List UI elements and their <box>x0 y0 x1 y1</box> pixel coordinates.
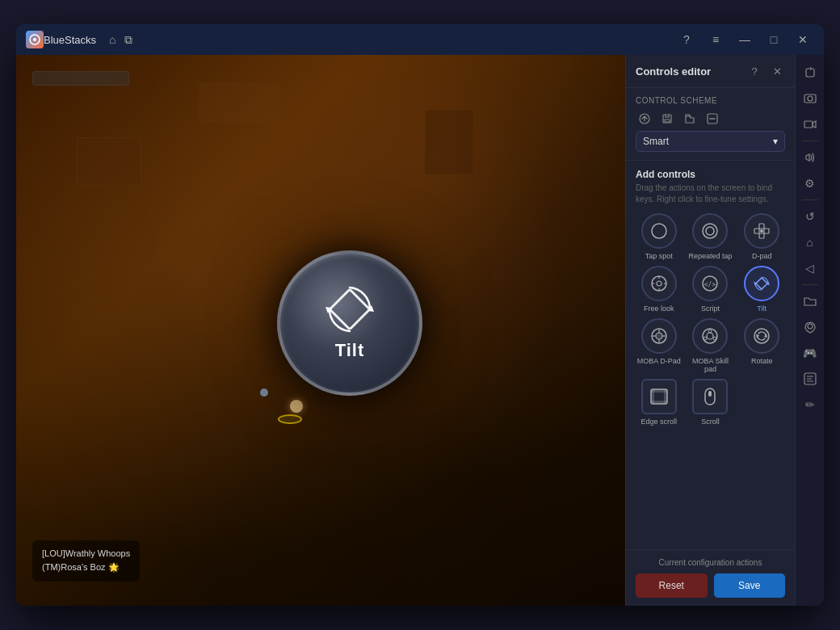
moba-d-pad-label: MOBA D-Pad <box>637 357 681 366</box>
help-icon[interactable]: ? <box>746 63 762 79</box>
svg-rect-6 <box>665 120 670 122</box>
scheme-icon-load[interactable] <box>681 110 699 128</box>
moba-d-pad-icon <box>641 318 677 354</box>
svg-point-32 <box>707 333 713 339</box>
sidebar-home-icon[interactable]: ⌂ <box>799 231 821 254</box>
footer-label: Current configuration actions <box>636 558 785 567</box>
tilt-icon-container <box>326 285 374 334</box>
save-button[interactable]: Save <box>714 573 786 598</box>
game-search-bar <box>32 71 129 86</box>
footer-buttons: Reset Save <box>636 573 785 598</box>
scheme-select[interactable]: Smart ▾ <box>636 131 785 152</box>
moba-skill-label: MOBA Skill pad <box>687 357 734 375</box>
svg-rect-45 <box>708 391 712 397</box>
svg-point-48 <box>808 96 813 101</box>
edge-scroll-icon <box>641 379 677 414</box>
svg-rect-43 <box>651 401 667 404</box>
right-sidebar: ⚙ ↺ ⌂ ◁ 🎮 <box>795 55 824 606</box>
sidebar-divider-2 <box>802 200 818 200</box>
svg-point-1 <box>33 38 36 41</box>
main-content: [LOU]Wrathly Whoops (TM)Rosa's Boz 🌟 <box>16 55 824 606</box>
minimize-button[interactable]: — <box>733 28 756 51</box>
character-highlight <box>278 414 302 424</box>
sidebar-rotate-icon[interactable] <box>799 61 821 84</box>
sidebar-video-icon[interactable] <box>799 113 821 136</box>
game-chat: [LOU]Wrathly Whoops (TM)Rosa's Boz 🌟 <box>32 540 140 582</box>
scheme-icon-delete[interactable] <box>704 110 721 128</box>
close-panel-icon[interactable]: ✕ <box>769 63 785 79</box>
svg-point-10 <box>706 227 714 235</box>
help-button[interactable]: ? <box>675 28 698 51</box>
scheme-icon-save[interactable] <box>658 110 676 128</box>
sidebar-folder-icon[interactable] <box>799 290 821 313</box>
control-item-edge-scroll[interactable]: Edge scroll <box>636 379 682 426</box>
sidebar-macro-icon[interactable] <box>799 368 821 390</box>
reset-button[interactable]: Reset <box>636 573 708 598</box>
home-icon[interactable]: ⌂ <box>109 33 116 47</box>
npc-1 <box>260 388 268 397</box>
app-title: BlueStacks <box>44 34 96 46</box>
tilt-label: Tilt <box>335 340 365 361</box>
scheme-icon-upload[interactable] <box>636 110 653 128</box>
svg-point-26 <box>656 333 662 339</box>
control-item-tilt[interactable]: Tilt <box>738 266 785 313</box>
edge-scroll-label: Edge scroll <box>641 418 678 426</box>
panel-header: Controls editor ? ✕ <box>626 55 795 88</box>
sidebar-divider-3 <box>802 284 818 285</box>
control-item-rotate[interactable]: Rotate <box>738 318 785 375</box>
control-item-repeated-tap[interactable]: Repeated tap <box>687 213 734 261</box>
title-bar-extra-icons: ⌂ ⧉ <box>109 33 132 47</box>
rotate-icon <box>744 318 779 354</box>
svg-point-50 <box>808 324 813 329</box>
repeated-tap-label: Repeated tap <box>688 252 732 261</box>
svg-point-35 <box>704 337 707 340</box>
svg-point-33 <box>708 330 712 333</box>
close-button[interactable]: ✕ <box>792 28 814 51</box>
repeated-tap-icon <box>692 213 728 249</box>
add-controls-section: Add controls Drag the actions on the scr… <box>626 161 795 549</box>
panel-title: Controls editor <box>636 65 711 78</box>
control-item-scroll[interactable]: Scroll <box>687 379 734 426</box>
sidebar-gamepad-icon[interactable]: 🎮 <box>799 342 821 364</box>
d-pad-label: D-pad <box>752 252 772 261</box>
maximize-button[interactable]: □ <box>762 28 785 51</box>
control-item-free-look[interactable]: Free look <box>636 266 682 313</box>
rotate-label: Rotate <box>751 357 773 366</box>
control-item-tap-spot[interactable]: Tap spot <box>636 213 682 261</box>
bluestacks-logo <box>26 31 44 48</box>
tilt-label-grid: Tilt <box>757 304 766 313</box>
svg-text:</>: </> <box>704 281 716 288</box>
control-item-moba-skill[interactable]: MOBA Skill pad <box>687 318 734 375</box>
svg-rect-42 <box>651 389 667 393</box>
control-item-d-pad[interactable]: D-pad <box>738 213 785 261</box>
sidebar-screenshot-icon[interactable] <box>799 87 821 110</box>
tilt-popup: Tilt <box>277 250 422 396</box>
control-item-script[interactable]: </> Script <box>687 266 734 313</box>
sidebar-refresh-icon[interactable]: ↺ <box>799 205 821 228</box>
sidebar-edit-icon[interactable]: ✏ <box>799 393 821 416</box>
title-bar: BlueStacks ⌂ ⧉ ? ≡ — □ ✕ <box>16 24 824 55</box>
scroll-label: Scroll <box>701 418 720 426</box>
scheme-value: Smart <box>643 136 669 147</box>
add-controls-description: Drag the actions on the screen to bind k… <box>636 183 785 205</box>
script-icon: </> <box>692 266 728 301</box>
svg-rect-22 <box>756 278 767 289</box>
sidebar-volume-icon[interactable] <box>799 146 821 169</box>
app-window: BlueStacks ⌂ ⧉ ? ≡ — □ ✕ <box>16 24 824 606</box>
copy-icon[interactable]: ⧉ <box>124 33 132 47</box>
svg-rect-49 <box>804 121 813 128</box>
control-item-moba-d-pad[interactable]: MOBA D-Pad <box>636 318 682 375</box>
chat-line-2: (TM)Rosa's Boz 🌟 <box>42 561 130 575</box>
sidebar-location-icon[interactable] <box>799 316 821 338</box>
tilt-arrows-svg <box>321 281 378 338</box>
tap-spot-label: Tap spot <box>645 252 673 261</box>
free-look-label: Free look <box>644 304 674 313</box>
sidebar-settings-icon[interactable]: ⚙ <box>799 172 821 195</box>
game-area: [LOU]Wrathly Whoops (TM)Rosa's Boz 🌟 <box>16 55 625 606</box>
sidebar-divider-1 <box>802 141 818 141</box>
free-look-icon <box>641 266 677 301</box>
menu-button[interactable]: ≡ <box>704 28 727 51</box>
window-controls: ? ≡ — □ ✕ <box>675 28 814 51</box>
game-decoration-3 <box>199 82 279 123</box>
sidebar-back-icon[interactable]: ◁ <box>799 257 821 279</box>
